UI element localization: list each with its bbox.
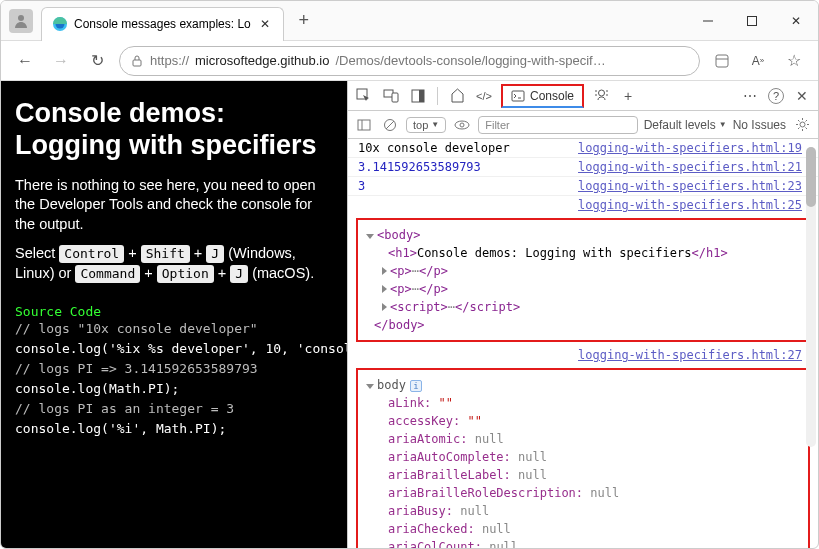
forward-button: →	[47, 47, 75, 75]
url-path: /Demos/devtools-console/logging-with-spe…	[335, 53, 605, 68]
svg-rect-6	[716, 55, 728, 67]
property-row: ariaBusy: null	[388, 502, 800, 520]
svg-rect-19	[358, 120, 370, 130]
svg-rect-10	[392, 93, 398, 102]
new-tab-button[interactable]: +	[290, 7, 318, 35]
device-icon[interactable]	[381, 86, 401, 106]
page-heading: Console demos: Logging with specifiers	[15, 97, 333, 162]
inspect-icon[interactable]	[354, 86, 374, 106]
back-button[interactable]: ←	[11, 47, 39, 75]
src-line: // logs "10x console developer"	[15, 319, 333, 339]
svg-rect-13	[512, 91, 524, 101]
src-line: console.log('%i', Math.PI);	[15, 419, 333, 439]
log-row: 10x console developer logging-with-speci…	[348, 139, 818, 158]
page-shortcuts: Select Control + Shift + J (Windows, Lin…	[15, 244, 333, 283]
browser-tab[interactable]: Console messages examples: Lo ✕	[41, 7, 284, 41]
console-settings-button[interactable]	[792, 115, 812, 135]
sidebar-toggle-icon[interactable]	[354, 115, 374, 135]
svg-line-22	[386, 121, 394, 129]
svg-rect-4	[748, 16, 757, 25]
kbd-j2: J	[230, 265, 248, 283]
favorite-button[interactable]: ☆	[780, 47, 808, 75]
filter-input[interactable]: Filter	[478, 116, 637, 134]
log-source-link[interactable]: logging-with-specifiers.html:23	[578, 179, 802, 193]
refresh-button[interactable]: ↻	[83, 47, 111, 75]
console-tab-label: Console	[530, 89, 574, 103]
kbd-opt: Option	[157, 265, 214, 283]
edge-icon	[52, 16, 68, 32]
kbd-cmd: Command	[75, 265, 140, 283]
issues-indicator[interactable]: No Issues	[733, 118, 786, 132]
log-levels-selector[interactable]: Default levels▼	[644, 118, 727, 132]
property-row: accessKey: ""	[388, 412, 800, 430]
object-properties-block[interactable]: bodyi aLink: ""accessKey: ""ariaAtomic: …	[356, 368, 810, 548]
url-host: microsoftedge.github.io	[195, 53, 329, 68]
kbd-ctrl: Control	[59, 245, 124, 263]
elements-icon[interactable]: </>	[474, 86, 494, 106]
context-selector[interactable]: top ▼	[406, 117, 446, 133]
log-message: 3.141592653589793	[358, 160, 481, 174]
url-scheme: https://	[150, 53, 189, 68]
read-aloud-icon[interactable]: A»	[744, 47, 772, 75]
log-row: 3.141592653589793 logging-with-specifier…	[348, 158, 818, 177]
property-row: ariaAtomic: null	[388, 430, 800, 448]
maximize-button[interactable]	[730, 5, 774, 37]
src-line: // logs PI as an integer = 3	[15, 399, 333, 419]
clear-console-button[interactable]	[380, 115, 400, 135]
log-message: 10x console developer	[358, 141, 510, 155]
svg-line-33	[805, 120, 807, 122]
kbd-shift: Shift	[141, 245, 190, 263]
minimize-button[interactable]	[686, 5, 730, 37]
dock-icon[interactable]	[408, 86, 428, 106]
live-expression-button[interactable]	[452, 115, 472, 135]
log-row: 3 logging-with-specifiers.html:23	[348, 177, 818, 196]
page-content: Console demos: Logging with specifiers T…	[1, 81, 347, 548]
svg-point-23	[455, 121, 469, 129]
log-source-link[interactable]: logging-with-specifiers.html:21	[578, 160, 802, 174]
src-line: // logs PI => 3.141592653589793	[15, 359, 333, 379]
svg-line-31	[805, 128, 807, 130]
info-icon[interactable]: i	[410, 380, 422, 392]
svg-point-0	[18, 15, 24, 21]
help-button[interactable]: ?	[768, 88, 784, 104]
log-row: logging-with-specifiers.html:25	[348, 196, 818, 214]
property-row: ariaColCount: null	[388, 538, 800, 548]
scrollbar-thumb[interactable]	[806, 147, 816, 207]
log-source-link[interactable]: logging-with-specifiers.html:27	[578, 348, 802, 362]
close-window-button[interactable]: ✕	[774, 5, 818, 37]
svg-point-25	[800, 122, 805, 127]
log-source-link[interactable]: logging-with-specifiers.html:25	[578, 198, 802, 212]
dom-tree-block[interactable]: <body> <h1>Console demos: Logging with s…	[356, 218, 810, 342]
console-output: 10x console developer logging-with-speci…	[348, 139, 818, 548]
log-message: 3	[358, 179, 365, 193]
log-source-link[interactable]: logging-with-specifiers.html:19	[578, 141, 802, 155]
sources-icon[interactable]	[591, 86, 611, 106]
person-icon	[13, 13, 29, 29]
property-row: aLink: ""	[388, 394, 800, 412]
address-bar[interactable]: https://microsoftedge.github.io/Demos/de…	[119, 46, 700, 76]
svg-line-32	[798, 128, 800, 130]
src-line: console.log(Math.PI);	[15, 379, 333, 399]
src-line: console.log('%ix %s developer', 10, 'con…	[15, 339, 333, 359]
console-icon	[511, 89, 525, 103]
svg-point-24	[460, 123, 464, 127]
divider	[437, 87, 438, 105]
property-row: ariaBrailleRoleDescription: null	[388, 484, 800, 502]
lock-icon	[130, 54, 144, 68]
welcome-icon[interactable]	[447, 86, 467, 106]
svg-rect-5	[133, 60, 141, 66]
tab-close-button[interactable]: ✕	[257, 16, 273, 32]
log-row: logging-with-specifiers.html:27	[348, 346, 818, 364]
svg-rect-12	[419, 90, 424, 102]
app-mode-icon[interactable]	[708, 47, 736, 75]
tab-title: Console messages examples: Lo	[74, 17, 251, 31]
profile-avatar[interactable]	[9, 9, 33, 33]
property-row: ariaChecked: null	[388, 520, 800, 538]
more-options-button[interactable]: ⋯	[740, 86, 760, 106]
source-code-title: Source Code	[15, 304, 333, 319]
more-tabs-button[interactable]: +	[618, 86, 638, 106]
devtools-panel: </> Console + ⋯ ? ✕ top ▼ Filter Default…	[347, 81, 818, 548]
close-devtools-button[interactable]: ✕	[792, 86, 812, 106]
tab-console[interactable]: Console	[501, 84, 584, 108]
page-intro: There is nothing to see here, you need t…	[15, 176, 333, 235]
